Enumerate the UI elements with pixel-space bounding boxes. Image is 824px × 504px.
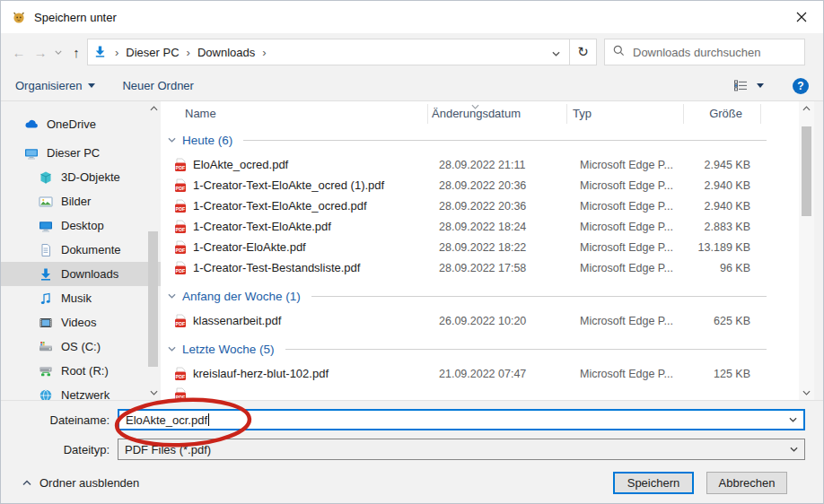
file-size: 2.945 KB (691, 159, 768, 171)
file-name: 1-Creator-Test-Bestandsliste.pdf (193, 261, 360, 274)
downloads-icon (39, 267, 53, 282)
back-icon[interactable]: ← (8, 46, 30, 59)
save-as-dialog: Speichern unter ← → ↑ › Dieser PC › Down… (0, 0, 824, 504)
music-icon (39, 291, 53, 306)
scroll-down-icon[interactable] (150, 386, 158, 400)
filetype-select[interactable]: PDF Files (*.pdf) (118, 439, 805, 460)
pdf-file-icon: PDF (173, 220, 188, 234)
save-button[interactable]: Speichern (613, 472, 694, 494)
group-header-anfang-der-woche-1[interactable]: Anfang der Woche (1) (161, 282, 799, 310)
sidebar-item-musik[interactable]: Musik (1, 286, 161, 310)
filelist-scrollbar[interactable] (799, 101, 814, 400)
breadcrumb-downloads[interactable]: Downloads (197, 46, 255, 59)
svg-text:PDF: PDF (176, 185, 186, 190)
chevron-up-icon (22, 480, 31, 486)
file-row-kreislauf-herz-blut-102-pdf[interactable]: PDFkreislauf-herz-blut-102.pdf21.09.2022… (161, 363, 799, 384)
recent-locations-chevron-icon[interactable] (51, 50, 66, 55)
sidebar-item-videos[interactable]: Videos (1, 310, 161, 335)
pdf-file-icon: PDF (173, 199, 188, 213)
column-header-size[interactable]: Größe (684, 104, 761, 124)
svg-text:PDF: PDF (176, 394, 186, 399)
file-date: 26.09.2022 10:20 (435, 315, 574, 327)
breadcrumb-dieser-pc[interactable]: Dieser PC (126, 46, 179, 59)
pdf-file-icon: PDF (173, 158, 188, 172)
filename-label: Dateiname: (1, 413, 118, 427)
file-type: Microsoft Edge P... (574, 368, 691, 380)
file-size: 2.940 KB (691, 200, 768, 213)
sidebar-item-root-r[interactable]: Root (R:) (1, 359, 161, 383)
sidebar-item-dokumente[interactable]: Dokumente (1, 238, 161, 262)
view-options-chevron-icon[interactable] (757, 83, 764, 88)
cancel-button[interactable]: Abbrechen (706, 472, 787, 494)
sidebar-item-onedrive[interactable]: OneDrive (1, 112, 161, 136)
column-header-type[interactable]: Typ (567, 104, 684, 124)
group-divider-line (285, 349, 767, 350)
organize-button[interactable]: Organisieren (15, 79, 95, 92)
file-date: 28.09.2022 18:24 (435, 221, 574, 233)
sidebar-item-dieser-pc[interactable]: Dieser PC (1, 141, 161, 165)
address-dropdown-chevron-icon[interactable] (552, 46, 564, 59)
sidebar-item-netzwerk[interactable]: Netzwerk (1, 383, 161, 400)
file-list: Name Änderungsdatum Typ Größe Heute (6)P… (161, 101, 814, 400)
sidebar-item-os-c[interactable]: OS (C:) (1, 335, 161, 359)
column-header-date[interactable]: Änderungsdatum (428, 104, 567, 124)
group-header-letzte-woche-5[interactable]: Letzte Woche (5) (161, 335, 799, 363)
file-row-1-creator-text-eloakte-pdf[interactable]: PDF1-Creator-Text-EloAkte.pdf28.09.2022 … (161, 216, 799, 237)
forward-icon[interactable]: → (30, 46, 51, 59)
text-caret (208, 413, 209, 426)
sidebar-scrollbar[interactable] (146, 101, 161, 400)
os-drive-icon (39, 340, 53, 354)
scroll-down-icon[interactable] (802, 386, 811, 400)
file-date: 28.09.2022 20:36 (435, 179, 574, 192)
file-size: 125 KB (691, 368, 768, 380)
file-row-1-creator-test-bestandsliste-pdf[interactable]: PDF1-Creator-Test-Bestandsliste.pdf28.09… (161, 257, 799, 278)
sidebar-list: OneDriveDieser PC3D-ObjekteBilderDesktop… (1, 112, 161, 400)
onedrive-cloud-icon (24, 117, 39, 132)
group-collapse-chevron-icon[interactable] (168, 137, 176, 143)
sidebar-item-downloads[interactable]: Downloads (1, 262, 161, 286)
network-drive-icon (39, 364, 53, 378)
search-placeholder: Downloads durchsuchen (633, 46, 760, 59)
sidebar-item-label: Dokumente (61, 243, 120, 256)
file-row-klassenarbeit-pdf[interactable]: PDFklassenarbeit.pdf26.09.2022 10:20Micr… (161, 310, 799, 331)
file-type: Microsoft Edge P... (574, 241, 691, 254)
search-box[interactable]: Downloads durchsuchen (604, 39, 805, 65)
file-row-1-creator-eloakte-pdf[interactable]: PDF1-Creator-EloAkte.pdf28.09.2022 18:22… (161, 237, 799, 257)
sidebar-item-desktop[interactable]: Desktop (1, 213, 161, 238)
sidebar-item-bilder[interactable]: Bilder (1, 189, 161, 213)
app-icon (12, 10, 26, 24)
scrollbar-thumb[interactable] (148, 231, 158, 367)
close-icon[interactable] (789, 5, 814, 29)
file-row-partial[interactable]: PDF (161, 384, 799, 400)
refresh-icon[interactable]: ↻ (570, 39, 597, 65)
footer: Dateiname: EloAkte_ocr.pdf Dateityp: PDF… (1, 400, 823, 503)
filename-dropdown-chevron-icon[interactable] (789, 417, 797, 422)
scroll-up-icon[interactable] (150, 101, 158, 116)
navigation-pane: OneDriveDieser PC3D-ObjekteBilderDesktop… (1, 101, 161, 400)
scrollbar-thumb[interactable] (802, 126, 811, 216)
pdf-file-icon: PDF (173, 387, 188, 401)
view-details-icon[interactable] (734, 80, 748, 91)
file-row-1-creator-text-eloakte-ocred-pdf[interactable]: PDF1-Creator-Text-EloAkte_ocred.pdf28.09… (161, 196, 799, 216)
group-header-heute-6[interactable]: Heute (6) (161, 126, 799, 154)
title-bar: Speichern unter (1, 1, 823, 33)
sidebar-item-label: Desktop (61, 219, 104, 232)
address-bar[interactable]: › Dieser PC › Downloads › (87, 39, 570, 65)
file-name: 1-Creator-Text-EloAkte.pdf (193, 220, 331, 233)
sidebar-item-label: Bilder (61, 195, 91, 208)
file-row-1-creator-text-eloakte-ocred-1-pdf[interactable]: PDF1-Creator-Text-EloAkte_ocred (1).pdf2… (161, 175, 799, 196)
scroll-up-icon[interactable] (802, 101, 811, 116)
up-icon[interactable]: ↑ (66, 46, 87, 59)
group-collapse-chevron-icon[interactable] (168, 293, 176, 299)
hide-folders-button[interactable]: Ordner ausblenden (22, 476, 139, 490)
help-icon[interactable]: ? (793, 78, 809, 94)
filename-input[interactable]: EloAkte_ocr.pdf (118, 409, 805, 430)
column-header-name[interactable]: Name (161, 104, 428, 124)
file-name: 1-Creator-Text-EloAkte_ocred (1).pdf (193, 178, 384, 192)
sidebar-item-3d-objekte[interactable]: 3D-Objekte (1, 165, 161, 189)
file-type: Microsoft Edge P... (574, 159, 691, 171)
file-row-eloakte-ocred-pdf[interactable]: PDFEloAkte_ocred.pdf28.09.2022 21:11Micr… (161, 154, 799, 175)
group-collapse-chevron-icon[interactable] (168, 346, 176, 352)
file-date: 28.09.2022 20:36 (435, 200, 574, 213)
new-folder-button[interactable]: Neuer Ordner (122, 79, 193, 92)
